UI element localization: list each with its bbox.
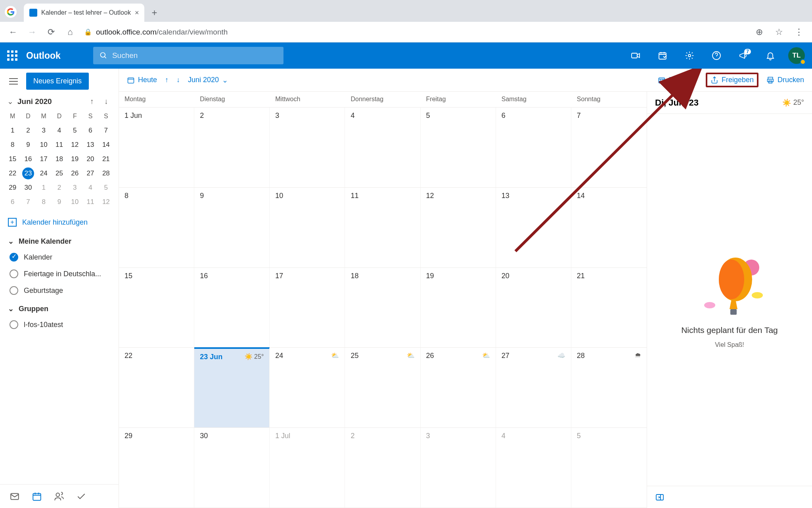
- mini-day[interactable]: 16: [20, 152, 36, 166]
- calendar-cell[interactable]: 14: [571, 188, 647, 267]
- mini-day[interactable]: 8: [5, 138, 20, 152]
- calendar-cell[interactable]: 5: [421, 108, 496, 187]
- chevron-down-icon[interactable]: ⌄: [7, 97, 13, 106]
- calendar-cell[interactable]: 12: [421, 188, 496, 267]
- section-my-calendars[interactable]: ⌄ Meine Kalender: [0, 231, 119, 249]
- mini-day[interactable]: 7: [20, 195, 36, 209]
- calendar-checkbox[interactable]: [10, 253, 18, 262]
- calendar-cell[interactable]: 3: [421, 428, 496, 508]
- bell-icon[interactable]: [761, 46, 779, 65]
- collapse-panel-icon[interactable]: [655, 493, 665, 502]
- add-page-button[interactable]: ⊕: [752, 25, 767, 40]
- calendar-checkbox[interactable]: [10, 320, 18, 329]
- settings-icon[interactable]: [680, 46, 699, 65]
- mini-day[interactable]: 1: [36, 181, 52, 195]
- hamburger-button[interactable]: [6, 74, 21, 89]
- search-input[interactable]: [112, 51, 277, 60]
- mini-day[interactable]: 6: [5, 195, 20, 209]
- mini-day[interactable]: 21: [98, 152, 114, 166]
- mini-day[interactable]: 11: [52, 138, 67, 152]
- calendar-cell[interactable]: 27☁️: [496, 348, 571, 427]
- calendar-item[interactable]: Feiertage in Deutschla...: [0, 266, 119, 282]
- people-icon[interactable]: [54, 491, 64, 502]
- mini-day[interactable]: 27: [82, 166, 98, 181]
- mini-day[interactable]: 25: [52, 166, 67, 181]
- bookmark-button[interactable]: ☆: [772, 25, 787, 40]
- mini-day[interactable]: 24: [36, 166, 52, 181]
- mini-next-month[interactable]: ↓: [101, 97, 111, 106]
- calendar-cell[interactable]: 23 Jun☀️ 25°: [194, 347, 270, 427]
- todo-icon[interactable]: [76, 491, 86, 502]
- user-avatar[interactable]: TL: [788, 47, 805, 64]
- mini-day[interactable]: 11: [82, 195, 98, 209]
- section-groups[interactable]: ⌄ Gruppen: [0, 299, 119, 316]
- calendar-item[interactable]: Kalender: [0, 249, 119, 266]
- calendar-checkbox[interactable]: [10, 286, 18, 295]
- calendar-cell[interactable]: 11: [345, 188, 420, 267]
- calendar-cell[interactable]: 22: [119, 348, 194, 427]
- calendar-cell[interactable]: 1 Jun: [119, 108, 194, 187]
- calendar-cell[interactable]: 16: [194, 268, 270, 348]
- mail-icon[interactable]: [10, 491, 20, 502]
- calendar-cell[interactable]: 3: [270, 108, 345, 187]
- mini-day[interactable]: 1: [5, 123, 20, 138]
- tab-close-icon[interactable]: ×: [135, 9, 139, 17]
- calendar-cell[interactable]: 20: [496, 268, 571, 348]
- mini-day[interactable]: 23: [20, 166, 36, 181]
- mini-day[interactable]: 4: [82, 181, 98, 195]
- print-button[interactable]: Drucken: [766, 76, 804, 84]
- forward-button[interactable]: →: [25, 25, 40, 40]
- mini-day[interactable]: 12: [67, 138, 82, 152]
- calendar-cell[interactable]: 1 Jul: [270, 428, 345, 508]
- meet-now-icon[interactable]: [626, 46, 645, 65]
- calendar-cell[interactable]: 4: [345, 108, 420, 187]
- new-event-button[interactable]: Neues Ereignis: [26, 73, 89, 90]
- mini-day[interactable]: 5: [67, 123, 82, 138]
- month-picker[interactable]: Juni 2020 ⌄: [188, 76, 228, 85]
- calendar-cell[interactable]: 10: [270, 188, 345, 267]
- mini-prev-month[interactable]: ↑: [87, 97, 97, 106]
- mini-day[interactable]: 6: [82, 123, 98, 138]
- calendar-cell[interactable]: 29: [119, 428, 194, 508]
- mini-day[interactable]: 15: [5, 152, 20, 166]
- group-item[interactable]: l-fos-10atest: [0, 316, 119, 333]
- calendar-cell[interactable]: 9: [194, 188, 270, 267]
- mini-day[interactable]: 20: [82, 152, 98, 166]
- calendar-cell[interactable]: 2: [194, 108, 270, 187]
- reload-button[interactable]: ⟳: [44, 25, 59, 40]
- mini-day[interactable]: 30: [20, 181, 36, 195]
- mini-day[interactable]: 14: [98, 138, 114, 152]
- my-day-icon[interactable]: [653, 46, 672, 65]
- megaphone-icon[interactable]: 7: [734, 46, 753, 65]
- browser-tab[interactable]: Kalender – test lehrer – Outlook ×: [24, 4, 144, 22]
- address-bar[interactable]: 🔒 outlook.office.com/calendar/view/month: [82, 28, 748, 37]
- back-button[interactable]: ←: [6, 25, 21, 40]
- mini-day[interactable]: 2: [52, 181, 67, 195]
- mini-day[interactable]: 13: [82, 138, 98, 152]
- calendar-cell[interactable]: 8: [119, 188, 194, 267]
- mini-day[interactable]: 5: [98, 181, 114, 195]
- mini-day[interactable]: 17: [36, 152, 52, 166]
- calendar-cell[interactable]: 30: [194, 428, 270, 508]
- mini-day[interactable]: 3: [67, 181, 82, 195]
- today-button[interactable]: Heute: [127, 76, 157, 84]
- share-button[interactable]: Freigeben: [706, 73, 758, 87]
- next-period-button[interactable]: ↓: [176, 76, 180, 84]
- mini-day[interactable]: 18: [52, 152, 67, 166]
- calendar-cell[interactable]: 28🌧: [571, 348, 647, 427]
- calendar-cell[interactable]: 17: [270, 268, 345, 348]
- calendar-cell[interactable]: 15: [119, 268, 194, 348]
- mini-day[interactable]: 10: [36, 138, 52, 152]
- mini-day[interactable]: 29: [5, 181, 20, 195]
- calendar-item[interactable]: Geburtstage: [0, 282, 119, 299]
- mini-day[interactable]: 3: [36, 123, 52, 138]
- home-button[interactable]: ⌂: [63, 25, 78, 40]
- calendar-cell[interactable]: 21: [571, 268, 647, 348]
- mini-day[interactable]: 2: [20, 123, 36, 138]
- mini-day[interactable]: 4: [52, 123, 67, 138]
- mini-day[interactable]: 28: [98, 166, 114, 181]
- calendar-cell[interactable]: 24⛅: [270, 348, 345, 427]
- help-icon[interactable]: [707, 46, 726, 65]
- calendar-cell[interactable]: 13: [496, 188, 571, 267]
- mini-day[interactable]: 9: [20, 138, 36, 152]
